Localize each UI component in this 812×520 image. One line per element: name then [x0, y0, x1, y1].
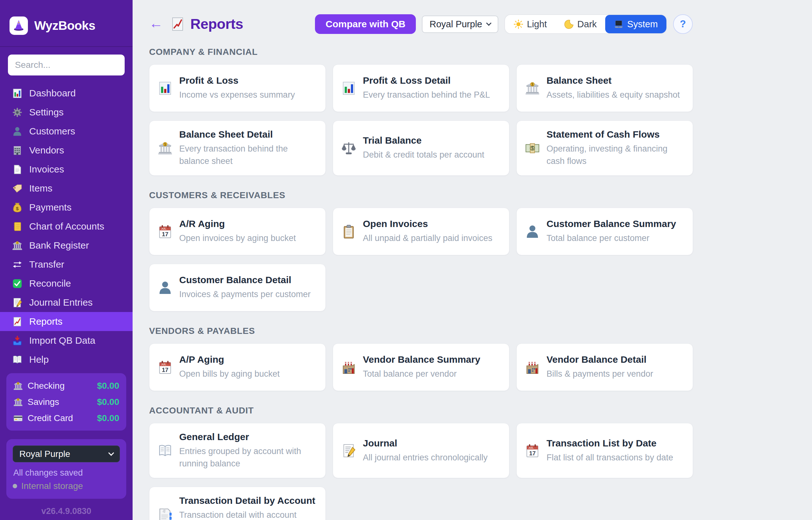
sidebar-item-label: Reconcile	[29, 278, 71, 289]
sidebar-nav: Dashboard Settings Customers Vendors Inv…	[0, 84, 133, 369]
report-card-title: Vendor Balance Summary	[363, 354, 480, 365]
report-card-title: A/R Aging	[179, 218, 296, 229]
theme-option-light[interactable]: Light	[505, 15, 555, 33]
sidebar-item-bank-register[interactable]: $ Bank Register	[0, 236, 133, 255]
sidebar-item-label: Vendors	[29, 145, 64, 156]
report-card-desc: Income vs expenses summary	[179, 89, 295, 101]
tag-icon	[12, 183, 23, 194]
money-bag-icon: $	[12, 202, 23, 213]
account-amount: $0.00	[97, 381, 119, 391]
report-card-statement-of-cash-flows[interactable]: $ Statement of Cash Flows Operating, inv…	[516, 121, 693, 176]
factory-icon	[525, 360, 540, 375]
report-card-transaction-list-by-date[interactable]: JUL17 Transaction List by Date Flat list…	[516, 423, 693, 478]
sidebar-item-settings[interactable]: Settings	[0, 103, 133, 122]
sidebar-item-label: Help	[29, 354, 49, 365]
person-icon	[525, 224, 540, 239]
report-card-customer-balance-detail[interactable]: Customer Balance Detail Invoices & payme…	[149, 264, 326, 311]
report-card-title: Balance Sheet	[547, 75, 680, 86]
sidebar-item-help[interactable]: Help	[0, 350, 133, 369]
main-content: ← Reports Compare with QB Royal Purple L…	[133, 0, 812, 520]
section-cards: JUL17 A/R Aging Open invoices by aging b…	[149, 208, 693, 311]
open-book-icon	[158, 443, 173, 458]
app-logo-badge	[9, 17, 28, 35]
report-card-title: Customer Balance Detail	[179, 275, 310, 285]
report-card-a-p-aging[interactable]: JUL17 A/P Aging Open bills by aging buck…	[149, 343, 326, 391]
report-card-open-invoices[interactable]: Open Invoices All unpaid & partially pai…	[333, 208, 509, 255]
theme-color-select-value: Royal Purple	[429, 19, 482, 29]
report-card-transaction-detail-by-account[interactable]: Transaction Detail by Account Transactio…	[149, 487, 326, 520]
report-card-journal[interactable]: Journal All journal entries chronologica…	[333, 423, 509, 478]
chevron-down-icon	[486, 20, 492, 26]
sidebar-item-label: Reports	[29, 316, 62, 327]
report-card-customer-balance-summary[interactable]: Customer Balance Summary Total balance p…	[516, 208, 693, 255]
svg-text:$: $	[164, 142, 166, 146]
search-input[interactable]	[8, 55, 125, 75]
compare-with-qb-button[interactable]: Compare with QB	[315, 14, 416, 34]
sidebar-item-label: Items	[29, 183, 52, 194]
section-title: ACCOUNTANT & AUDIT	[149, 406, 693, 416]
sidebar-item-import-qb-data[interactable]: Import QB Data	[0, 331, 133, 350]
page-icon	[12, 164, 23, 175]
report-card-title: General Ledger	[179, 432, 317, 442]
sidebar-item-dashboard[interactable]: Dashboard	[0, 84, 133, 103]
theme-toggle: Light Dark System	[504, 14, 667, 34]
report-card-desc: Open bills by aging bucket	[179, 368, 280, 380]
account-amount: $0.00	[97, 397, 119, 407]
account-row-checking[interactable]: $ Checking $0.00	[13, 378, 119, 394]
report-card-balance-sheet[interactable]: $ Balance Sheet Assets, liabilities & eq…	[516, 64, 693, 112]
office-building-icon	[12, 145, 23, 156]
credit-card-icon	[13, 413, 23, 423]
report-card-desc: Flat list of all transactions by date	[547, 451, 673, 464]
report-card-balance-sheet-detail[interactable]: $ Balance Sheet Detail Every transaction…	[149, 121, 326, 176]
svg-text:JUL: JUL	[161, 227, 167, 230]
report-card-vendor-balance-detail[interactable]: Vendor Balance Detail Bills & payments p…	[516, 343, 693, 391]
sidebar-item-journal-entries[interactable]: Journal Entries	[0, 293, 133, 312]
report-card-a-r-aging[interactable]: JUL17 A/R Aging Open invoices by aging b…	[149, 208, 326, 255]
ledger-icon	[12, 221, 23, 232]
theme-option-system[interactable]: System	[605, 15, 666, 33]
sidebar-item-label: Payments	[29, 202, 71, 213]
report-card-profit-loss-detail[interactable]: Profit & Loss Detail Every transaction b…	[333, 64, 509, 112]
svg-text:JUL: JUL	[161, 362, 167, 366]
back-button[interactable]: ←	[149, 16, 165, 32]
theme-color-select[interactable]: Royal Purple	[422, 16, 498, 33]
clipboard-icon	[341, 224, 356, 239]
sidebar-theme-select[interactable]: Royal Purple	[13, 445, 120, 462]
moon-icon	[564, 19, 574, 29]
sidebar-item-customers[interactable]: Customers	[0, 122, 133, 141]
report-card-vendor-balance-summary[interactable]: Vendor Balance Summary Total balance per…	[333, 343, 509, 391]
account-row-credit-card[interactable]: Credit Card $0.00	[13, 410, 119, 426]
laptop-icon	[614, 19, 624, 29]
theme-option-label: System	[627, 19, 658, 29]
svg-text:17: 17	[162, 367, 169, 373]
report-card-desc: Assets, liabilities & equity snapshot	[547, 89, 680, 101]
calendar-icon: JUL17	[525, 443, 540, 458]
sidebar-item-invoices[interactable]: Invoices	[0, 160, 133, 179]
sidebar-item-label: Import QB Data	[29, 335, 95, 346]
memo-icon	[341, 443, 356, 458]
sidebar-item-reconcile[interactable]: Reconcile	[0, 274, 133, 293]
svg-text:JUL: JUL	[528, 446, 534, 449]
report-card-desc: Debit & credit totals per account	[363, 149, 484, 161]
report-card-profit-loss[interactable]: Profit & Loss Income vs expenses summary	[149, 64, 326, 112]
account-row-savings[interactable]: $ Savings $0.00	[13, 394, 119, 410]
report-card-desc: All journal entries chronologically	[363, 451, 487, 464]
report-card-title: Journal	[363, 438, 487, 449]
help-button[interactable]: ?	[673, 14, 693, 34]
report-card-trial-balance[interactable]: Trial Balance Debit & credit totals per …	[333, 121, 509, 176]
report-card-general-ledger[interactable]: General Ledger Entries grouped by accoun…	[149, 423, 326, 478]
theme-option-dark[interactable]: Dark	[555, 15, 605, 33]
sidebar-item-items[interactable]: Items	[0, 179, 133, 198]
person-icon	[158, 280, 173, 295]
sidebar-item-transfer[interactable]: Transfer	[0, 255, 133, 274]
report-card-desc: Operating, investing & financing cash fl…	[547, 143, 684, 167]
account-label: Savings	[28, 397, 97, 407]
sidebar-item-payments[interactable]: $ Payments	[0, 198, 133, 217]
sidebar-item-chart-of-accounts[interactable]: Chart of Accounts	[0, 217, 133, 236]
report-card-desc: Total balance per customer	[547, 232, 676, 244]
sidebar-item-reports[interactable]: Reports	[0, 312, 133, 331]
sidebar-divider	[0, 46, 133, 47]
sun-icon	[513, 19, 523, 29]
sidebar-item-label: Dashboard	[29, 88, 76, 99]
sidebar-item-vendors[interactable]: Vendors	[0, 141, 133, 160]
